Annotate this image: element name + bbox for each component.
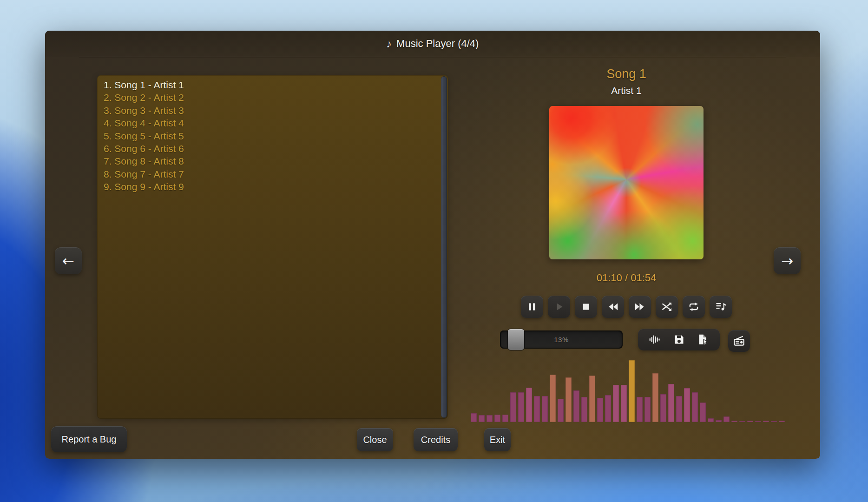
visualizer-bar — [644, 397, 651, 422]
playlist-item[interactable]: 4. Song 4 - Artist 4 — [104, 117, 448, 129]
time-display: 01:10 / 01:54 — [526, 272, 727, 284]
queue-button[interactable] — [710, 296, 732, 318]
playlist-item[interactable]: 5. Song 5 - Artist 5 — [104, 130, 448, 142]
visualizer-bar — [747, 421, 753, 422]
visualizer-bar — [739, 421, 745, 422]
stop-icon — [580, 301, 592, 313]
visualizer-bar — [566, 377, 572, 422]
visualizer-bar — [723, 416, 730, 422]
visualizer-bar — [558, 399, 564, 422]
pause-icon — [526, 301, 538, 313]
visualizer-bar — [502, 415, 508, 422]
queue-music-icon — [715, 301, 727, 313]
transport-controls — [521, 296, 732, 318]
credits-button[interactable]: Credits — [414, 428, 458, 451]
visualizer-bar — [621, 385, 627, 422]
visualizer-bar — [613, 385, 619, 422]
visualizer-bar — [487, 415, 493, 422]
music-note-icon: ♪ — [387, 38, 392, 50]
visualizer-bar — [510, 392, 516, 422]
save-icon — [673, 333, 685, 346]
visualizer-bar — [763, 421, 769, 422]
album-art — [549, 106, 704, 259]
play-icon — [553, 301, 565, 313]
visualizer-bar — [652, 373, 658, 422]
radio-icon — [733, 335, 745, 347]
playlist-item[interactable]: 3. Song 3 - Artist 3 — [104, 104, 448, 117]
report-bug-button[interactable]: Report a Bug — [51, 426, 127, 452]
visualizer-bar — [494, 415, 500, 422]
waveform-icon — [649, 333, 661, 346]
visualizer-bar — [708, 418, 714, 422]
visualizer-bar — [629, 360, 635, 422]
visualizer-bar — [676, 396, 682, 422]
visualizer-bar — [779, 421, 785, 422]
repeat-icon — [688, 301, 700, 313]
visualizer-bar — [542, 396, 548, 422]
playlist-item[interactable]: 6. Song 6 - Artist 6 — [104, 142, 448, 155]
playlist-panel: 1. Song 1 - Artist 1 2. Song 2 - Artist … — [97, 75, 448, 419]
artist-name: Artist 1 — [526, 85, 727, 96]
titlebar: ♪ Music Player (4/4) — [45, 31, 820, 57]
visualizer-bar — [637, 397, 643, 422]
playlist-item[interactable]: 7. Song 8 - Artist 8 — [104, 155, 448, 167]
playlist-item[interactable]: 1. Song 1 - Artist 1 — [104, 79, 448, 91]
next-page-button[interactable]: → — [774, 247, 801, 274]
visualizer-bar — [771, 421, 777, 422]
visualizer-bar — [684, 388, 690, 422]
previous-page-button[interactable]: ← — [55, 247, 82, 274]
playlist: 1. Song 1 - Artist 1 2. Song 2 - Artist … — [97, 75, 448, 193]
exit-button[interactable]: Exit — [484, 428, 511, 451]
visualizer-bar — [581, 397, 587, 422]
visualizer-bar — [605, 395, 611, 422]
open-file-button[interactable] — [696, 332, 710, 347]
tool-group — [638, 329, 720, 350]
waveform-visualizer-button[interactable] — [648, 332, 662, 347]
visualizer-bar — [716, 420, 722, 422]
visualizer-bar — [589, 376, 595, 422]
desktop-wallpaper: ♪ Music Player (4/4) 1. Song 1 - Artist … — [0, 0, 868, 502]
close-button[interactable]: Close — [357, 428, 393, 451]
visualizer — [471, 357, 792, 422]
fast-forward-button[interactable] — [629, 296, 651, 318]
playlist-scrollbar[interactable] — [441, 76, 447, 418]
rewind-icon — [607, 301, 619, 313]
volume-slider[interactable]: 13% — [500, 330, 623, 349]
music-player-window: ♪ Music Player (4/4) 1. Song 1 - Artist … — [45, 31, 820, 459]
visualizer-bar — [660, 394, 666, 422]
title-separator — [79, 57, 786, 57]
volume-slider-handle[interactable] — [508, 329, 524, 350]
visualizer-bar — [700, 403, 706, 422]
radio-button[interactable] — [728, 330, 750, 352]
visualizer-bar — [471, 413, 477, 422]
visualizer-bar — [550, 375, 556, 422]
visualizer-bar — [534, 396, 540, 422]
play-button[interactable] — [548, 296, 570, 318]
playlist-item[interactable]: 2. Song 2 - Artist 2 — [104, 91, 448, 104]
visualizer-bar — [518, 392, 524, 422]
visualizer-bar — [731, 421, 737, 422]
visualizer-bar — [755, 421, 761, 422]
playlist-item[interactable]: 8. Song 7 - Artist 7 — [104, 168, 448, 180]
stop-button[interactable] — [575, 296, 597, 318]
visualizer-bar — [526, 388, 532, 422]
song-title: Song 1 — [526, 67, 727, 81]
visualizer-bar — [668, 384, 674, 422]
shuffle-button[interactable] — [656, 296, 678, 318]
playlist-item[interactable]: 9. Song 9 - Artist 9 — [104, 180, 448, 193]
save-button[interactable] — [672, 332, 686, 347]
visualizer-bar — [573, 390, 579, 422]
open-file-icon — [697, 333, 709, 346]
shuffle-icon — [661, 301, 673, 313]
pause-button[interactable] — [521, 296, 543, 318]
rewind-button[interactable] — [602, 296, 624, 318]
visualizer-bar — [479, 415, 485, 422]
fast-forward-icon — [634, 301, 646, 313]
visualizer-bar — [692, 392, 698, 422]
repeat-button[interactable] — [683, 296, 705, 318]
window-title: Music Player (4/4) — [396, 38, 479, 50]
visualizer-bar — [597, 398, 603, 422]
